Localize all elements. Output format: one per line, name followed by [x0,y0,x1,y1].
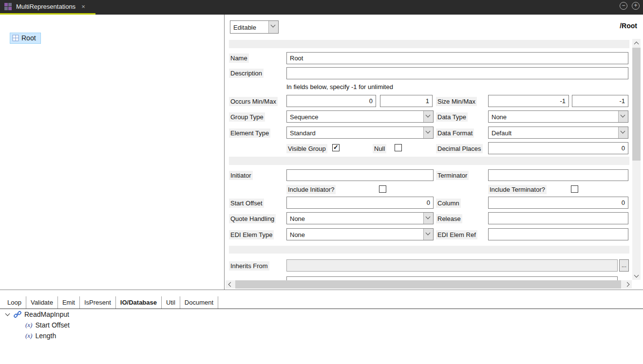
vertical-scrollbar-thumb[interactable] [632,48,641,161]
data-type-dropdown-button[interactable] [618,111,628,122]
edi-elem-type-select[interactable]: None [286,228,434,240]
chevron-down-icon [426,215,431,219]
titlebar: MultiRepresentations × − + [0,0,643,15]
description-input[interactable] [286,67,628,79]
decimal-places-input[interactable] [488,142,628,154]
element-type-dropdown-button[interactable] [423,127,433,138]
tab-validate[interactable]: Validate [26,296,58,309]
application-window: MultiRepresentations × − + Root Editable… [0,0,643,364]
tab-document[interactable]: Document [180,296,218,309]
schema-tree-panel: Root [0,15,225,290]
quote-handling-value: None [290,215,305,222]
data-format-dropdown-button[interactable] [618,127,628,138]
bottom-tab-bar: Loop Validate Emit IsPresent IO/Database… [3,296,218,309]
tab-loop[interactable]: Loop [3,296,26,309]
link-icon [14,310,21,318]
include-terminator-checkbox[interactable] [571,185,578,193]
window-maximize-button[interactable]: + [632,2,640,10]
chevron-down-icon [426,231,431,236]
size-max-input[interactable] [572,95,628,107]
tree-item-label: Length [35,332,56,340]
column-input[interactable] [488,197,628,209]
data-type-select[interactable]: None [488,110,628,123]
quote-handling-label: Quote Handling [229,214,276,223]
element-type-select[interactable]: Standard [286,127,434,139]
occurs-minmax-label: Occurs Min/Max [229,97,278,106]
tab-emit[interactable]: Emit [58,296,80,309]
group-type-label: Group Type [229,112,265,122]
size-min-input[interactable] [488,95,569,107]
chevron-down-icon [621,129,625,134]
occurs-min-input[interactable] [286,95,376,107]
app-icon [4,2,12,11]
element-type-value: Standard [290,129,316,136]
tree-item-label: Root [21,34,36,42]
tree-item-root[interactable]: Root [10,33,41,44]
null-checkbox[interactable] [395,144,402,151]
edit-mode-select[interactable]: Editable [230,20,279,34]
scroll-left-arrow-icon[interactable] [226,280,234,289]
terminator-input[interactable] [488,169,628,181]
tab-io-database[interactable]: IO/Database [116,296,162,309]
chevron-down-icon [271,23,276,28]
description-label: Description [229,69,264,78]
null-label: Null [373,144,386,153]
quote-handling-dropdown-button[interactable] [423,213,433,224]
tab-ispresent[interactable]: IsPresent [80,296,116,309]
start-offset-input[interactable] [286,197,434,209]
terminator-label: Terminator [436,171,469,180]
start-offset-label: Start Offset [229,199,264,208]
horizontal-scrollbar-thumb[interactable] [235,280,621,289]
release-label: Release [436,214,462,223]
include-terminator-label: Include Terminator? [488,185,547,194]
column-label: Column [436,199,461,208]
name-input[interactable] [286,52,628,64]
panel-divider [0,290,643,290]
tree-item-length[interactable]: (x) Length [25,332,56,340]
edit-mode-dropdown-button[interactable] [268,21,278,33]
include-initiator-checkbox[interactable] [379,185,386,193]
parameter-icon: (x) [25,321,32,329]
edi-elem-ref-label: EDI Elem Ref [436,230,477,239]
name-label: Name [229,54,249,63]
inherits-from-label: Inherits From [229,261,269,271]
scroll-right-arrow-icon[interactable] [624,280,632,289]
initiator-label: Initiator [229,171,253,180]
scroll-down-arrow-icon[interactable] [632,272,641,280]
quote-handling-select[interactable]: None [286,212,434,224]
expander-chevron-down-icon[interactable] [5,311,11,317]
data-type-value: None [492,113,507,120]
window-minimize-button[interactable]: − [620,2,627,10]
vertical-scrollbar[interactable] [632,39,641,280]
decimal-places-label: Decimal Places [436,144,483,153]
size-minmax-label: Size Min/Max [436,97,477,106]
element-type-label: Element Type [229,128,270,138]
edi-elem-type-label: EDI Elem Type [229,230,274,239]
parameter-icon: (x) [25,332,32,340]
data-format-label: Data Format [436,128,474,138]
tree-item-start-offset[interactable]: (x) Start Offset [25,321,70,329]
inherits-from-browse-button[interactable]: ... [619,259,629,272]
edit-mode-value: Editable [233,23,256,31]
visible-group-checkbox[interactable] [332,144,340,151]
tree-item-label: Start Offset [35,321,70,329]
group-type-dropdown-button[interactable] [423,111,433,122]
horizontal-scrollbar[interactable] [226,280,632,289]
edi-elem-type-dropdown-button[interactable] [423,229,433,240]
data-format-select[interactable]: Default [488,127,628,139]
tab-bar-underline [0,309,643,309]
tab-close-icon[interactable]: × [81,3,85,10]
edi-elem-ref-input[interactable] [488,228,628,240]
initiator-input[interactable] [286,169,434,181]
form-separator [229,40,629,48]
tab-util[interactable]: Util [162,296,180,309]
tree-item-label: ReadMapInput [24,310,69,318]
clipped-control [286,276,618,280]
release-input[interactable] [488,212,628,224]
group-type-select[interactable]: Sequence [286,110,434,123]
document-tab[interactable]: MultiRepresentations × [0,0,90,13]
scroll-up-arrow-icon[interactable] [632,39,641,47]
data-type-label: Data Type [436,112,468,122]
tree-item-readmapinput[interactable]: ReadMapInput [5,310,69,318]
occurs-max-input[interactable] [380,95,433,107]
